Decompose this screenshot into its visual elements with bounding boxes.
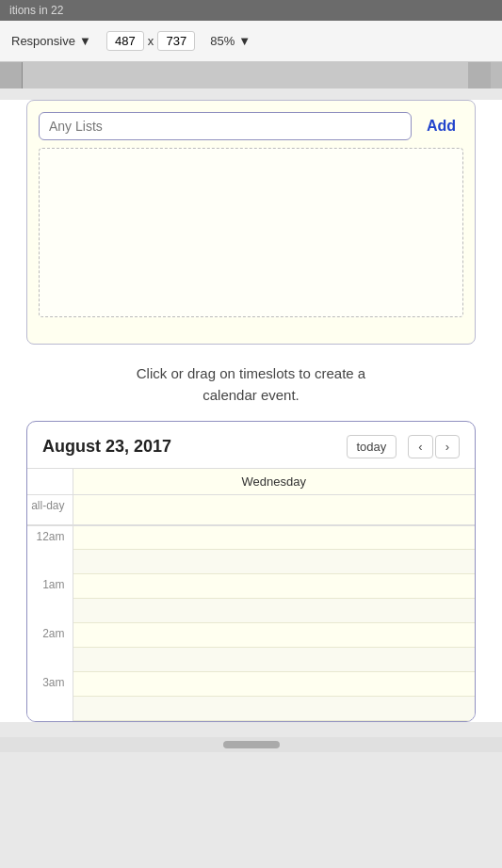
nav-tab-left[interactable] xyxy=(0,62,23,88)
table-row xyxy=(27,550,475,574)
nav-center xyxy=(23,62,468,88)
calendar-header: August 23, 2017 today ‹ › xyxy=(27,422,475,468)
allday-label: all-day xyxy=(27,495,73,525)
lists-section: Add xyxy=(26,100,476,345)
lists-dashed-area xyxy=(39,148,463,317)
slot-1am-bottom[interactable] xyxy=(73,599,475,623)
slot-2am-bottom[interactable] xyxy=(73,648,475,672)
day-header-cell: Wednesday xyxy=(73,469,475,495)
today-button[interactable]: today xyxy=(347,435,397,458)
toolbar: Responsive ▼ x 85% ▼ xyxy=(0,21,502,62)
slot-12am-top[interactable] xyxy=(73,525,475,550)
dimension-separator: x xyxy=(148,34,154,48)
bottom-scrollbar[interactable] xyxy=(0,737,502,752)
zoom-control[interactable]: 85% ▼ xyxy=(210,34,251,48)
calendar-widget: August 23, 2017 today ‹ › Wednesday all-… xyxy=(26,421,476,722)
hint-line1: Click or drag on timeslots to create a xyxy=(137,365,365,381)
table-row: 2am xyxy=(27,623,475,648)
page-title-bar: itions in 22 xyxy=(9,4,63,17)
calendar-nav-buttons: ‹ › xyxy=(408,435,460,458)
slot-3am-top[interactable] xyxy=(73,672,475,697)
calendar-title: August 23, 2017 xyxy=(42,437,335,457)
any-lists-input[interactable] xyxy=(39,112,412,140)
time-1am: 1am xyxy=(27,574,73,599)
lists-row: Add xyxy=(39,112,463,140)
responsive-arrow: ▼ xyxy=(79,34,91,48)
height-input[interactable] xyxy=(157,31,195,51)
width-input[interactable] xyxy=(106,31,144,51)
slot-12am-bottom[interactable] xyxy=(73,550,475,574)
slot-3am-bottom[interactable] xyxy=(73,697,475,721)
zoom-label: 85% xyxy=(210,34,235,48)
add-button[interactable]: Add xyxy=(419,114,463,138)
table-row: 3am xyxy=(27,672,475,697)
table-row xyxy=(27,599,475,623)
time-empty-1 xyxy=(27,550,73,574)
table-row: 1am xyxy=(27,574,475,599)
table-row: 12am xyxy=(27,525,475,550)
responsive-label: Responsive xyxy=(11,34,75,48)
table-row xyxy=(27,697,475,721)
slot-2am-top[interactable] xyxy=(73,623,475,648)
time-12am: 12am xyxy=(27,525,73,550)
hint-text: Click or drag on timeslots to create a c… xyxy=(26,363,476,406)
nav-bar xyxy=(0,62,502,88)
next-button[interactable]: › xyxy=(435,435,460,458)
calendar-grid: Wednesday all-day 12am xyxy=(27,468,475,721)
time-empty-4 xyxy=(27,697,73,721)
table-row xyxy=(27,648,475,672)
prev-button[interactable]: ‹ xyxy=(408,435,432,458)
hint-line2: calendar event. xyxy=(202,387,300,403)
time-header-cell xyxy=(27,469,73,495)
nav-tab-right[interactable] xyxy=(468,62,491,88)
allday-row: all-day xyxy=(27,495,475,525)
scrollbar-thumb[interactable] xyxy=(223,741,280,748)
time-empty-2 xyxy=(27,599,73,623)
time-empty-3 xyxy=(27,648,73,672)
main-content: Add Click or drag on timeslots to create… xyxy=(0,100,502,722)
time-2am: 2am xyxy=(27,623,73,648)
dimensions-control: x xyxy=(106,31,196,51)
nav-handle xyxy=(491,62,502,88)
responsive-dropdown[interactable]: Responsive ▼ xyxy=(11,34,91,48)
zoom-arrow: ▼ xyxy=(238,34,251,48)
slot-1am-top[interactable] xyxy=(73,574,475,599)
allday-cell[interactable] xyxy=(73,495,475,525)
time-3am: 3am xyxy=(27,672,73,697)
